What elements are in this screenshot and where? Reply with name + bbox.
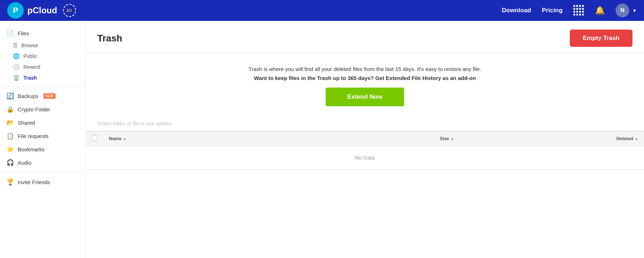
extend-now-button[interactable]: Extend Now	[326, 88, 404, 106]
table-no-data-row: No Data	[86, 146, 644, 170]
sidebar-item-shared[interactable]: 📂 Shared	[0, 116, 85, 129]
star-icon: ⭐	[6, 146, 14, 153]
globe-icon: 🌐	[13, 53, 20, 59]
sidebar-item-bookmarks[interactable]: ⭐ Bookmarks	[0, 143, 85, 156]
sidebar-item-trash[interactable]: 🗑️ Trash	[7, 72, 85, 83]
name-sort-arrow-icon: ▲	[123, 137, 126, 141]
sidebar-sub-files: ☰ Browse 🌐 Public 🕘 Rewind 🗑️ Trash	[0, 40, 85, 83]
user-menu[interactable]: N ▼	[616, 4, 637, 17]
info-text-main: Trash is where you will find all your de…	[100, 66, 630, 72]
page-title: Trash	[97, 33, 122, 44]
main-layout: 📄 Files ☰ Browse 🌐 Public 🕘 Rewind 🗑️ Tr…	[0, 21, 644, 258]
main-content: Trash Empty Trash Trash is where you wil…	[86, 21, 644, 258]
size-sort-arrow-icon: ▲	[451, 137, 454, 141]
new-badge: NEW	[44, 93, 55, 99]
sidebar-item-audio[interactable]: 🎧 Audio	[0, 156, 85, 169]
eu-badge: EU	[63, 4, 76, 17]
trophy-icon: 🏆	[6, 178, 14, 186]
table-header-size[interactable]: Size ▲	[434, 132, 533, 146]
sidebar-item-public[interactable]: 🌐 Public	[7, 51, 85, 62]
file-table: Name ▲ Size ▲ Deleted	[86, 131, 644, 169]
sidebar-item-browse[interactable]: ☰ Browse	[7, 40, 85, 51]
deleted-sort-arrow-icon: ▲	[635, 137, 638, 141]
rewind-icon: 🕘	[13, 64, 20, 70]
download-link[interactable]: Download	[502, 7, 531, 14]
sidebar: 📄 Files ☰ Browse 🌐 Public 🕘 Rewind 🗑️ Tr…	[0, 21, 86, 258]
sidebar-item-rewind[interactable]: 🕘 Rewind	[7, 62, 85, 72]
logo-icon: P	[7, 2, 24, 19]
empty-trash-button[interactable]: Empty Trash	[570, 30, 632, 47]
sidebar-item-backups[interactable]: 🔄 Backups NEW	[0, 89, 85, 103]
file-table-wrapper: Name ▲ Size ▲ Deleted	[86, 131, 644, 170]
table-header-name[interactable]: Name ▲	[103, 132, 434, 146]
topnav-right: Download Pricing 🔔 N ▼	[502, 4, 637, 17]
sidebar-item-file-requests[interactable]: 📋 File requests	[0, 129, 85, 143]
sidebar-item-crypto[interactable]: 🔒 Crypto Folder	[0, 103, 85, 116]
notifications-bell-icon[interactable]: 🔔	[595, 6, 605, 15]
select-all-checkbox[interactable]	[91, 135, 97, 141]
table-header-checkbox[interactable]	[86, 132, 103, 146]
pricing-link[interactable]: Pricing	[542, 7, 563, 14]
file-request-icon: 📋	[6, 132, 14, 140]
trash-info-section: Trash is where you will find all your de…	[86, 53, 644, 116]
logo-text: pCloud	[27, 5, 57, 15]
select-hint: Select folder or file to see options	[86, 116, 644, 131]
shared-icon: 📂	[6, 119, 14, 126]
file-icon: 📄	[6, 30, 14, 37]
lock-icon: 🔒	[6, 106, 14, 113]
list-icon: ☰	[13, 42, 18, 49]
sidebar-item-files[interactable]: 📄 Files	[0, 27, 85, 40]
headphones-icon: 🎧	[6, 159, 14, 166]
info-text-bold: Want to keep files in the Trash up to 36…	[100, 75, 630, 81]
sidebar-divider-2	[0, 172, 85, 173]
table-header-row: Name ▲ Size ▲ Deleted	[86, 132, 644, 146]
top-navigation: P pCloud EU Download Pricing 🔔 N ▼	[0, 0, 644, 21]
main-header: Trash Empty Trash	[86, 21, 644, 53]
trash-icon: 🗑️	[13, 75, 20, 81]
sidebar-divider-1	[0, 86, 85, 86]
avatar-caret-icon: ▼	[632, 8, 637, 13]
sidebar-item-invite[interactable]: 🏆 Invite Friends	[0, 175, 85, 189]
backup-icon: 🔄	[6, 92, 14, 100]
logo[interactable]: P pCloud EU	[7, 2, 76, 19]
table-header-deleted[interactable]: Deleted ▲	[533, 132, 644, 146]
no-data-cell: No Data	[86, 146, 644, 170]
apps-grid-icon[interactable]	[573, 5, 584, 16]
avatar: N	[616, 4, 629, 17]
